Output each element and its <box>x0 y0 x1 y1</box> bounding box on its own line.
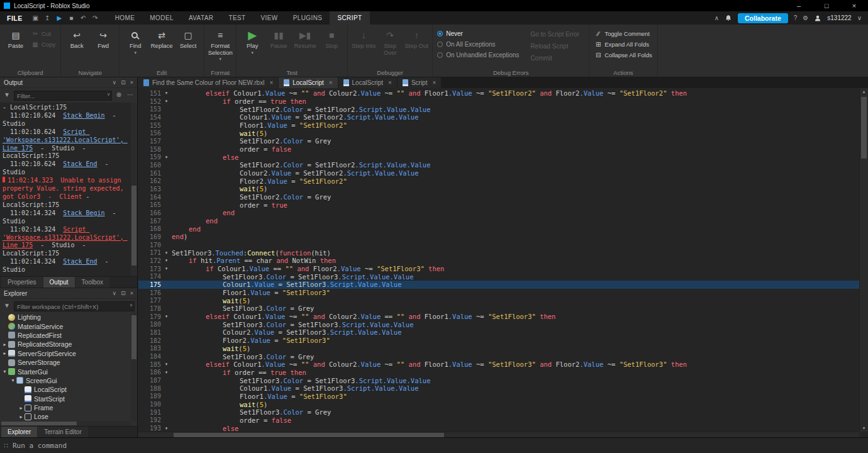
code-text[interactable]: wait(5) <box>172 345 250 352</box>
dock-tab-properties[interactable]: Properties <box>1 277 43 288</box>
close-tab-icon[interactable]: × <box>432 79 436 86</box>
account-menu-button[interactable]: ∨ <box>857 15 862 21</box>
output-link[interactable]: Stack Begin <box>63 112 104 119</box>
code-text[interactable]: elseif Colour1.Value ~= "" and Colour2.V… <box>172 313 555 320</box>
step-out-button[interactable]: ↑Step Out <box>404 26 429 50</box>
editor-tab-find-the-same-colour-of-floor-new-rbxl-0[interactable]: Find the Same Colour of Floor NEW.rbxl× <box>138 77 278 88</box>
code-text[interactable]: Floor2.Value = "Set1Floor3" <box>172 337 330 344</box>
select-button[interactable]: ▢Select <box>175 26 201 50</box>
close-tab-icon[interactable]: × <box>269 79 273 86</box>
code-text[interactable]: Set1Floor2.Color = Set1Floor2.Script.Val… <box>172 161 430 169</box>
dock-tab-explorer[interactable]: Explorer <box>1 427 37 437</box>
back-button[interactable]: ↩Back <box>64 26 89 50</box>
code-text[interactable]: order = false <box>172 145 291 153</box>
cut-button[interactable]: ✂Cut <box>30 30 57 38</box>
step-over-button[interactable]: ↷Step Over <box>377 26 403 56</box>
collapse-ribbon-button[interactable]: ∧ <box>715 15 719 21</box>
fold-arrow-icon[interactable]: ▾ <box>161 314 172 319</box>
output-log[interactable]: - LocalScript:175 11:02:10.624 Stack Beg… <box>0 103 131 276</box>
code-text[interactable]: Set1Floor3.Color = Set1Floor3.Script.Val… <box>172 377 430 384</box>
expand-all-folds-button[interactable]: ⊞Expand All Folds <box>593 40 654 48</box>
tree-item-serverscriptservice[interactable]: ▸ServerScriptService <box>1 349 131 358</box>
dock-tab-output[interactable]: Output <box>43 277 75 288</box>
output-scrollbar-thumb[interactable] <box>131 186 136 266</box>
code-text[interactable]: Floor1.Value = "Set1Floor3" <box>172 393 347 400</box>
code-text[interactable]: wait(5) <box>172 401 267 408</box>
explorer-hscrollbar-thumb[interactable] <box>1 422 77 425</box>
code-text[interactable]: if order == true then <box>172 98 306 105</box>
code-text[interactable]: Set1Floor2.Color = Grey <box>172 193 331 201</box>
menu-tab-script[interactable]: SCRIPT <box>330 11 369 25</box>
fold-arrow-icon[interactable]: ▾ <box>161 426 172 431</box>
tree-item-startergui[interactable]: ▾StarterGui <box>1 367 131 376</box>
file-menu-button[interactable]: FILE <box>0 11 30 25</box>
code-text[interactable]: if Colour1.Value == "" and Floor2.Value … <box>172 265 444 272</box>
tree-item-lose[interactable]: ▸Lose <box>1 412 131 421</box>
minimize-button[interactable]: – <box>785 0 813 11</box>
maximize-button[interactable]: □ <box>813 0 840 11</box>
output-scrollbar[interactable] <box>131 103 137 276</box>
play-button[interactable]: ▶Play▾ <box>240 26 265 55</box>
dock-tab-terrain-editor[interactable]: Terrain Editor <box>38 427 87 437</box>
tree-collapsed-icon[interactable]: ▸ <box>18 405 25 411</box>
tree-collapsed-icon[interactable]: ▸ <box>1 350 8 356</box>
replace-button[interactable]: ⇄Replace <box>149 26 174 50</box>
code-text[interactable]: Colour1.Value = Set1Floor2.Script.Value.… <box>172 113 419 121</box>
menu-tab-plugins[interactable]: PLUGINS <box>286 11 330 25</box>
code-text[interactable]: Set1Floor2.Color = Set1Floor2.Script.Val… <box>172 106 430 113</box>
account-button[interactable] <box>814 14 821 22</box>
code-lines[interactable]: 151▾elseif Colour1.Value ~= "" and Colou… <box>138 88 859 432</box>
code-text[interactable]: Colour1.Value = Set1Floor3.Script.Value.… <box>172 281 402 288</box>
radio-on-unhandled-exceptions[interactable]: On Unhandled Exceptions <box>437 52 519 59</box>
code-text[interactable]: wait(5) <box>172 297 250 305</box>
collaborate-button[interactable]: Collaborate <box>738 13 788 23</box>
pause-button[interactable]: ▮▮Pause <box>266 26 291 50</box>
code-text[interactable]: Colour2.Value = Set1Floor2.Script.Value.… <box>172 169 419 177</box>
save-button[interactable]: ▣ <box>30 12 42 24</box>
tree-expanded-icon[interactable]: ▾ <box>9 378 16 383</box>
explorer-filter-input[interactable] <box>14 301 135 311</box>
commit-button[interactable]: Commit <box>530 55 579 62</box>
code-text[interactable]: Colour2.Value = Set1Floor3.Script.Value.… <box>172 328 402 336</box>
code-text[interactable]: else <box>172 154 238 161</box>
editor-tab-script-3[interactable]: Script× <box>398 77 441 88</box>
settings-button[interactable]: ⚙ <box>803 15 808 21</box>
tree-item-replicatedstorage[interactable]: ▸ReplicatedStorage <box>1 340 131 349</box>
code-text[interactable]: Set1Floor3.Color = Grey <box>172 305 314 312</box>
close-tab-icon[interactable]: × <box>329 79 333 86</box>
close-panel-icon[interactable]: × <box>130 291 133 296</box>
scroll-up-icon[interactable]: ▲ <box>860 89 868 94</box>
resume-button[interactable]: ▶▮Resume <box>292 26 318 50</box>
panel-menu-chevron-icon[interactable]: ∨ <box>113 80 117 86</box>
undo-button[interactable]: ↶ <box>77 12 89 24</box>
code-text[interactable]: Set1Floor3.Color = Set1Floor3.Script.Val… <box>172 321 413 328</box>
code-text[interactable]: elseif Colour1.Value ~= "" and Colour2.V… <box>172 89 687 97</box>
fold-arrow-icon[interactable]: ▾ <box>161 258 172 263</box>
notifications-button[interactable] <box>725 14 732 22</box>
collapse-all-folds-button[interactable]: ⊟Collapse All Folds <box>593 51 654 59</box>
clear-output-icon[interactable]: ⊗ <box>114 92 123 98</box>
code-text[interactable]: Floor2.Value = "Set1Floor2" <box>172 177 347 185</box>
fwd-button[interactable]: ↪Fwd <box>91 26 116 50</box>
format-selection-button[interactable]: ≡Format Selection▾ <box>208 26 233 62</box>
code-text[interactable]: Set1Floor2.Color = Grey <box>172 137 331 145</box>
code-text[interactable]: end <box>172 217 218 225</box>
fold-arrow-icon[interactable]: ▾ <box>161 99 172 104</box>
code-text[interactable]: wait(5) <box>172 185 267 193</box>
tree-expanded-icon[interactable]: ▾ <box>1 369 8 374</box>
radio-on-all-exceptions[interactable]: On All Exceptions <box>437 41 519 48</box>
funnel-icon[interactable]: ▼ <box>3 92 11 98</box>
help-button[interactable]: ? <box>794 15 798 21</box>
editor-vscrollbar[interactable]: ▲ ▼ <box>859 88 868 432</box>
code-text[interactable]: else <box>172 425 238 432</box>
menu-tab-avatar[interactable]: AVATAR <box>181 11 221 25</box>
menu-tab-model[interactable]: MODEL <box>142 11 181 25</box>
code-text[interactable]: Set1Floor3.Color = Grey <box>172 353 314 361</box>
toggle-comment-button[interactable]: ∕∕Toggle Comment <box>593 30 654 38</box>
tree-collapsed-icon[interactable]: ▸ <box>18 414 25 420</box>
menu-tab-test[interactable]: TEST <box>221 11 253 25</box>
code-text[interactable]: order = false <box>172 417 291 424</box>
code-text[interactable]: Floor1.Value = "Set1Floor3" <box>172 289 330 296</box>
find-button[interactable]: Find▾ <box>123 26 148 55</box>
radio-never[interactable]: Never <box>437 30 519 37</box>
